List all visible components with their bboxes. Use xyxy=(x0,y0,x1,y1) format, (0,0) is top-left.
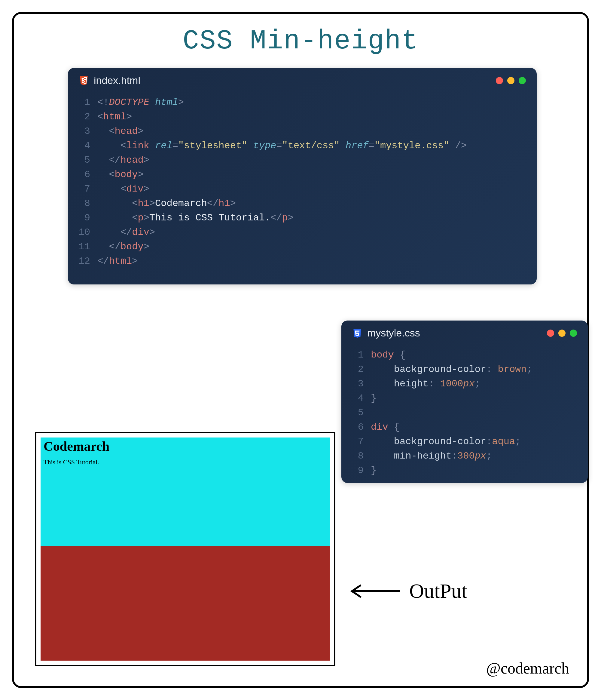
dot-red xyxy=(547,329,554,337)
output-preview-frame: Codemarch This is CSS Tutorial. xyxy=(35,432,335,666)
card-header: index.html xyxy=(68,68,537,89)
arrow-left-icon xyxy=(347,582,401,600)
html5-icon xyxy=(79,75,89,86)
file-name: mystyle.css xyxy=(367,327,420,339)
output-paragraph: This is CSS Tutorial. xyxy=(44,458,326,466)
output-label: OutPut xyxy=(409,579,467,603)
output-body: Codemarch This is CSS Tutorial. xyxy=(41,438,330,660)
dot-red xyxy=(496,77,503,84)
css3-icon xyxy=(352,328,362,338)
output-heading: Codemarch xyxy=(44,439,326,454)
card-header-left: index.html xyxy=(79,75,140,86)
page-title: CSS Min-height xyxy=(14,26,587,56)
dot-green xyxy=(519,77,526,84)
dot-green xyxy=(570,329,577,337)
code-card-css: mystyle.css 1body { 2 background-color: … xyxy=(341,321,588,483)
code-body-html: 1<!DOCTYPE html> 2<html> 3 <head> 4 <lin… xyxy=(68,89,537,278)
author-handle: @codemarch xyxy=(486,659,569,677)
window-dots xyxy=(496,77,526,84)
output-div: Codemarch This is CSS Tutorial. xyxy=(41,438,330,546)
card-header-left: mystyle.css xyxy=(352,327,420,339)
output-arrow-label: OutPut xyxy=(347,579,467,603)
code-body-css: 1body { 2 background-color: brown; 3 hei… xyxy=(341,342,588,487)
file-name: index.html xyxy=(94,75,140,86)
code-card-html: index.html 1<!DOCTYPE html> 2<html> 3 <h… xyxy=(68,68,537,284)
dot-yellow xyxy=(507,77,515,84)
card-header: mystyle.css xyxy=(341,321,588,342)
document-frame: CSS Min-height index.html 1<!DOCTYPE htm… xyxy=(12,12,589,688)
dot-yellow xyxy=(558,329,566,337)
window-dots xyxy=(547,329,577,337)
